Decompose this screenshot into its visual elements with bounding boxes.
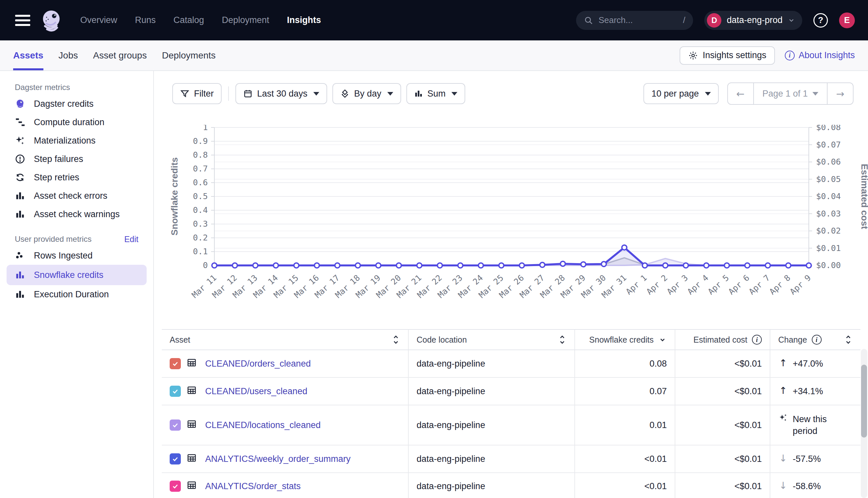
about-insights-link[interactable]: i About Insights (785, 50, 855, 61)
prev-page-button[interactable]: ← (728, 83, 753, 104)
credits-value: 0.01 (649, 420, 667, 430)
tab-deployments[interactable]: Deployments (162, 40, 215, 70)
sidebar-item-label: Step retries (34, 172, 79, 183)
svg-text:0.7: 0.7 (193, 164, 208, 173)
sidebar-item-materializations[interactable]: Materializations (7, 131, 146, 150)
sidebar-item-asset-check-warnings[interactable]: Asset check warnings (7, 205, 146, 223)
table-asset-icon (187, 385, 196, 397)
dagster-metrics-section-label: Dagster metrics (15, 83, 70, 92)
help-icon[interactable]: ? (814, 13, 828, 28)
calendar-icon (243, 89, 253, 98)
chevron-down-icon (788, 17, 795, 24)
sort-icon[interactable] (558, 335, 566, 344)
svg-text:$0.07: $0.07 (816, 140, 841, 149)
per-page-button[interactable]: 10 per page (643, 83, 718, 104)
metrics-sidebar: Dagster metrics Dagster credits Compute … (0, 71, 154, 498)
search-input[interactable]: Search... / (576, 11, 693, 30)
svg-text:0: 0 (203, 261, 208, 270)
bar-chart-icon (414, 89, 423, 98)
search-icon (584, 16, 593, 25)
tab-jobs[interactable]: Jobs (59, 40, 78, 70)
table-asset-icon (187, 419, 196, 431)
row-checkbox[interactable] (170, 419, 181, 431)
code-location-value: data-eng-pipeline (417, 420, 485, 430)
sidebar-item-step-retries[interactable]: Step retries (7, 168, 146, 187)
svg-text:$0.05: $0.05 (816, 174, 841, 184)
deployment-switcher[interactable]: D data-eng-prod (704, 11, 802, 30)
asset-link[interactable]: ANALYTICS/order_stats (205, 481, 301, 492)
sidebar-item-snowflake-credits[interactable]: Snowflake credits (7, 265, 146, 285)
info-icon[interactable]: i (812, 335, 822, 344)
sidebar-item-label: Compute duration (34, 117, 104, 128)
table-row: CLEANED/orders_cleaned data-eng-pipeline… (162, 350, 860, 378)
sub-nav: Assets Jobs Asset groups Deployments Ins… (0, 40, 868, 71)
toolbar-divider (228, 87, 229, 101)
nav-item-insights[interactable]: Insights (287, 15, 321, 25)
row-checkbox[interactable] (170, 453, 181, 464)
svg-text:$0.03: $0.03 (816, 209, 841, 219)
scrollbar-thumb[interactable] (861, 365, 867, 437)
page-indicator[interactable]: Page 1 of 1 (753, 83, 827, 104)
chevron-down-icon (451, 92, 457, 95)
svg-text:$0.00: $0.00 (816, 261, 841, 270)
sidebar-item-label: Dagster credits (34, 99, 94, 109)
col-header-estimated-cost: Estimated cost (693, 335, 747, 344)
cost-value: <$0.01 (735, 481, 762, 492)
asset-link[interactable]: CLEANED/orders_cleaned (205, 359, 311, 369)
row-checkbox[interactable] (170, 386, 181, 397)
sidebar-item-execution-duration[interactable]: Execution Duration (7, 285, 146, 303)
table-asset-icon (187, 480, 196, 493)
svg-text:Estimated cost: Estimated cost (859, 163, 868, 229)
hamburger-menu-icon[interactable] (15, 15, 30, 26)
nav-item-overview[interactable]: Overview (80, 15, 117, 25)
sidebar-item-step-failures[interactable]: Step failures (7, 150, 146, 168)
code-location-value: data-eng-pipeline (417, 359, 485, 369)
nav-item-catalog[interactable]: Catalog (174, 15, 204, 25)
table-row: ANALYTICS/weekly_order_summary data-eng-… (162, 445, 860, 473)
tab-assets[interactable]: Assets (13, 40, 43, 70)
asset-link[interactable]: ANALYTICS/weekly_order_summary (205, 454, 350, 464)
svg-text:0.2: 0.2 (193, 233, 208, 243)
sidebar-item-asset-check-errors[interactable]: Asset check errors (7, 187, 146, 205)
change-value: -58.6% (793, 480, 821, 492)
row-checkbox[interactable] (170, 358, 181, 369)
sidebar-item-dagster-credits[interactable]: Dagster credits (7, 95, 146, 113)
nav-item-deployment[interactable]: Deployment (222, 15, 269, 25)
sort-icon[interactable] (844, 335, 853, 344)
sidebar-item-rows-ingested[interactable]: Rows Ingested (7, 246, 146, 265)
main-content: Filter Last 30 days By day Sum (154, 71, 868, 498)
tabs: Assets Jobs Asset groups Deployments (13, 40, 216, 70)
dagster-logo-icon[interactable] (39, 8, 64, 33)
change-value: +47.0% (793, 358, 823, 369)
svg-text:$0.01: $0.01 (816, 244, 841, 253)
next-page-button[interactable]: → (827, 83, 853, 104)
date-range-button[interactable]: Last 30 days (235, 83, 327, 104)
change-value: New this period (793, 413, 836, 437)
edit-metrics-link[interactable]: Edit (124, 235, 138, 244)
insights-settings-button[interactable]: Insights settings (680, 46, 775, 65)
filter-button[interactable]: Filter (172, 83, 221, 104)
sidebar-item-label: Execution Duration (34, 289, 109, 300)
nav-item-runs[interactable]: Runs (135, 15, 156, 25)
svg-text:$0.02: $0.02 (816, 226, 841, 236)
user-avatar[interactable]: E (839, 12, 855, 28)
granularity-button[interactable]: By day (332, 83, 401, 104)
code-location-value: data-eng-pipeline (417, 454, 485, 464)
tab-asset-groups[interactable]: Asset groups (93, 40, 146, 70)
info-icon[interactable]: i (752, 335, 762, 344)
retry-icon (15, 172, 25, 183)
sidebar-item-label: Asset check warnings (34, 209, 120, 220)
aggregation-button[interactable]: Sum (406, 83, 465, 104)
sparkle-icon (778, 413, 788, 422)
table-row: CLEANED/users_cleaned data-eng-pipeline … (162, 378, 860, 405)
svg-text:Apr 5: Apr 5 (706, 273, 730, 297)
svg-text:1: 1 (203, 125, 208, 132)
asset-link[interactable]: CLEANED/locations_cleaned (205, 420, 321, 430)
arrow-up-icon: ↑ (778, 358, 788, 369)
sort-desc-icon[interactable] (658, 336, 667, 344)
sidebar-item-compute-duration[interactable]: Compute duration (7, 113, 146, 131)
sort-icon[interactable] (392, 335, 400, 344)
layers-icon (340, 89, 349, 98)
row-checkbox[interactable] (170, 481, 181, 492)
asset-link[interactable]: CLEANED/users_cleaned (205, 386, 307, 396)
